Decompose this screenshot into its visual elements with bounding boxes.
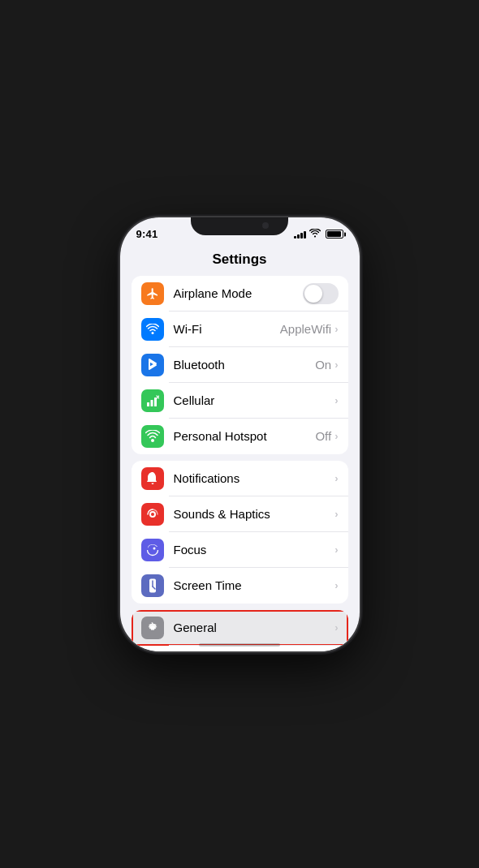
notifications-row[interactable]: Notifications › <box>132 461 348 496</box>
notifications-group: Notifications › Sounds & Haptics › <box>132 461 348 604</box>
cellular-row[interactable]: Cellular › <box>132 383 348 419</box>
svg-rect-3 <box>154 397 157 406</box>
notifications-icon <box>141 467 164 490</box>
wifi-chevron: › <box>334 323 338 335</box>
notifications-chevron: › <box>334 472 338 484</box>
status-icons <box>294 229 343 239</box>
connectivity-group: Airplane Mode Wi-Fi <box>132 276 348 454</box>
focus-chevron: › <box>334 544 338 556</box>
bluetooth-icon <box>141 354 164 376</box>
hotspot-chevron: › <box>334 430 338 442</box>
phone-screen: 9:41 <box>120 217 360 651</box>
airplane-mode-row[interactable]: Airplane Mode <box>132 276 348 312</box>
sounds-row[interactable]: Sounds & Haptics › <box>132 496 348 532</box>
general-chevron: › <box>334 621 338 634</box>
notch <box>191 217 288 235</box>
control-center-row[interactable]: Control Center › <box>132 646 348 651</box>
general-icon <box>141 617 164 639</box>
svg-point-7 <box>153 547 155 549</box>
svg-point-4 <box>151 439 154 442</box>
sounds-chevron: › <box>334 508 338 520</box>
bluetooth-label: Bluetooth <box>174 358 316 372</box>
airplane-mode-toggle[interactable] <box>303 283 339 304</box>
home-indicator <box>199 643 280 647</box>
wifi-status-icon <box>309 229 321 239</box>
front-camera <box>262 222 269 229</box>
wifi-label: Wi-Fi <box>174 322 280 336</box>
bluetooth-row[interactable]: Bluetooth On › <box>132 347 348 383</box>
screentime-label: Screen Time <box>174 578 335 592</box>
bluetooth-chevron: › <box>334 359 338 371</box>
airplane-mode-label: Airplane Mode <box>174 286 303 300</box>
wifi-row[interactable]: Wi-Fi AppleWifi › <box>132 312 348 347</box>
svg-rect-2 <box>150 400 153 406</box>
notifications-label: Notifications <box>174 471 335 485</box>
general-label: General <box>174 621 335 634</box>
wifi-icon <box>141 318 164 341</box>
focus-label: Focus <box>174 543 335 556</box>
hotspot-row[interactable]: Personal Hotspot Off › <box>132 419 348 454</box>
screentime-chevron: › <box>334 579 338 591</box>
signal-icon <box>294 230 306 238</box>
cellular-icon <box>141 389 164 412</box>
cellular-label: Cellular <box>174 393 335 407</box>
hotspot-icon <box>141 425 164 448</box>
screentime-icon <box>141 574 164 597</box>
focus-icon <box>141 539 164 561</box>
sounds-label: Sounds & Haptics <box>174 507 335 521</box>
svg-point-0 <box>151 332 153 334</box>
sounds-icon <box>141 503 164 526</box>
status-time: 9:41 <box>136 228 158 240</box>
bluetooth-value: On <box>315 358 331 372</box>
phone-frame: 9:41 <box>120 217 360 651</box>
focus-row[interactable]: Focus › <box>132 532 348 568</box>
hotspot-label: Personal Hotspot <box>174 429 316 443</box>
hotspot-value: Off <box>315 429 331 443</box>
settings-list[interactable]: Airplane Mode Wi-Fi <box>120 276 360 651</box>
general-row[interactable]: General › <box>132 610 348 646</box>
page-title: Settings <box>120 248 360 276</box>
svg-rect-1 <box>147 402 149 406</box>
cellular-chevron: › <box>334 394 338 406</box>
battery-icon <box>326 230 343 238</box>
wifi-value: AppleWifi <box>280 322 331 336</box>
screentime-row[interactable]: Screen Time › <box>132 568 348 604</box>
svg-point-6 <box>151 513 154 516</box>
airplane-mode-icon <box>141 282 164 305</box>
